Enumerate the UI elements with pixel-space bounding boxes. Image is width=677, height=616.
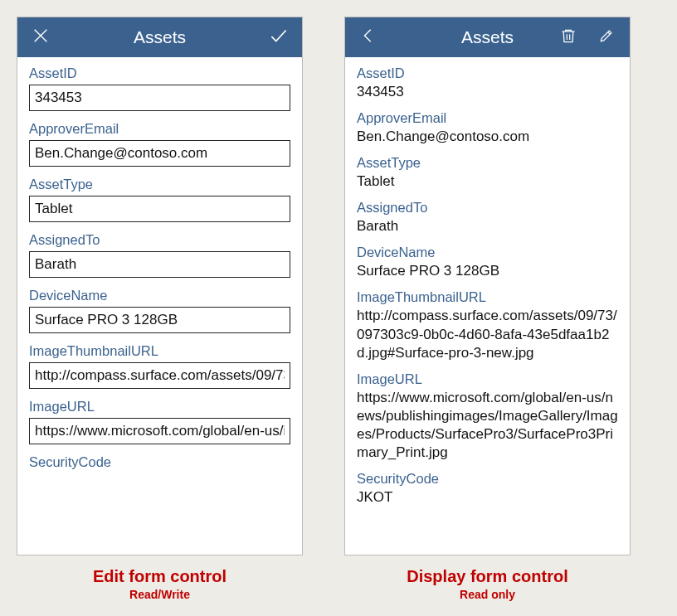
devicename-input[interactable]: [29, 307, 290, 333]
assetid-label-ro: AssetID: [357, 65, 618, 81]
imagethumb-label: ImageThumbnailURL: [29, 343, 290, 359]
submit-button[interactable]: [262, 21, 295, 54]
cancel-button[interactable]: [24, 21, 57, 54]
close-icon: [32, 27, 50, 48]
pencil-icon: [598, 27, 615, 47]
edit-form-screen: Assets AssetID ApproverEmail: [17, 17, 303, 555]
assetid-value: 343453: [357, 83, 618, 101]
imagethumb-input[interactable]: [29, 362, 290, 389]
assignedto-label-ro: AssignedTo: [357, 200, 618, 216]
assignedto-label: AssignedTo: [29, 232, 290, 248]
assetid-input[interactable]: [29, 85, 290, 111]
edit-caption: Edit form control Read/Write: [17, 567, 303, 601]
imageurl-value: https://www.microsoft.com/global/en-us/n…: [357, 389, 618, 462]
imagethumb-value: http://compass.surface.com/assets/09/73/…: [357, 307, 618, 361]
display-caption: Display form control Read only: [344, 567, 631, 601]
edit-caption-main: Edit form control: [17, 567, 303, 586]
devicename-label: DeviceName: [29, 288, 290, 303]
display-caption-main: Display form control: [344, 567, 631, 586]
display-header: Assets: [345, 17, 630, 57]
svg-line-4: [608, 32, 611, 35]
imageurl-label-ro: ImageURL: [357, 371, 618, 387]
chevron-left-icon: [359, 27, 377, 48]
assignedto-input[interactable]: [29, 251, 290, 278]
devicename-label-ro: DeviceName: [357, 245, 618, 260]
imageurl-label: ImageURL: [29, 399, 290, 415]
approveremail-input[interactable]: [29, 140, 290, 167]
approveremail-label: ApproverEmail: [29, 121, 290, 137]
approveremail-label-ro: ApproverEmail: [357, 110, 618, 126]
assettype-label: AssetType: [29, 177, 290, 192]
imagethumb-label-ro: ImageThumbnailURL: [357, 289, 618, 305]
edit-caption-sub: Read/Write: [17, 588, 303, 601]
delete-button[interactable]: [552, 21, 585, 54]
securitycode-label: SecurityCode: [29, 454, 290, 470]
assignedto-value: Barath: [357, 217, 618, 235]
back-button[interactable]: [352, 21, 385, 54]
devicename-value: Surface PRO 3 128GB: [357, 262, 618, 280]
assettype-value: Tablet: [357, 172, 618, 191]
imageurl-input[interactable]: [29, 418, 290, 444]
edit-button[interactable]: [590, 21, 623, 54]
approveremail-value: Ben.Change@contoso.com: [357, 128, 618, 146]
securitycode-value: JKOT: [357, 488, 618, 507]
assetid-label: AssetID: [29, 65, 290, 81]
trash-icon: [560, 27, 577, 47]
securitycode-label-ro: SecurityCode: [357, 471, 618, 487]
edit-header: Assets: [17, 17, 302, 57]
assettype-label-ro: AssetType: [357, 155, 618, 171]
display-caption-sub: Read only: [344, 588, 631, 601]
check-icon: [268, 25, 290, 50]
display-form-screen: Assets: [344, 17, 631, 555]
edit-header-title: Assets: [17, 27, 302, 47]
assettype-input[interactable]: [29, 196, 290, 222]
